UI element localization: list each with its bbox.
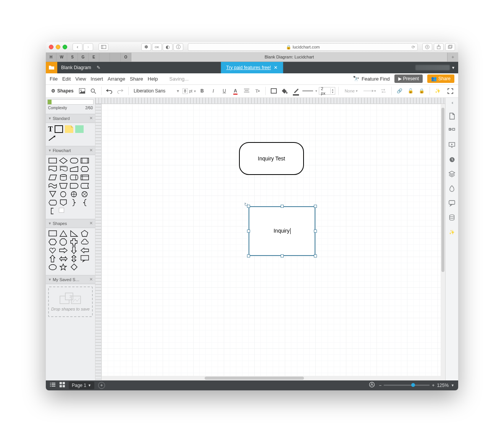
fc-brace-open[interactable]	[80, 199, 89, 206]
dock-present-icon[interactable]	[448, 141, 456, 149]
shp-heart[interactable]	[48, 247, 57, 254]
resize-handle-ne[interactable]	[314, 205, 317, 208]
extension-icon-1[interactable]: ✽	[141, 43, 151, 51]
menu-help[interactable]: Help	[148, 76, 158, 82]
underline-button[interactable]: U	[220, 86, 229, 96]
shp-rect[interactable]	[48, 230, 57, 237]
shp-cross[interactable]	[69, 239, 78, 245]
view-grid-button[interactable]	[60, 382, 65, 388]
italic-button[interactable]: I	[208, 86, 218, 96]
shp-uarrow[interactable]	[48, 256, 57, 262]
dock-chat-icon[interactable]	[448, 199, 456, 207]
shape-hotspot[interactable]	[75, 125, 84, 133]
horizontal-scrollbar[interactable]	[102, 376, 445, 380]
menu-view[interactable]: View	[75, 76, 86, 82]
line-start-select[interactable]: None ▾	[342, 86, 361, 96]
share-sheet-button[interactable]	[434, 43, 444, 51]
locked-button[interactable]: 🔒	[417, 86, 426, 96]
snap-indicator-icon[interactable]	[369, 382, 375, 389]
section-saved-header[interactable]: ▼ My Saved S… ✕	[46, 275, 95, 284]
section-flowchart-close[interactable]: ✕	[89, 148, 93, 153]
account-menu[interactable]: ▾	[415, 65, 458, 70]
font-size-input[interactable]: 8	[183, 88, 188, 94]
dock-comments-icon[interactable]: 99	[448, 127, 456, 134]
fc-process[interactable]	[48, 157, 57, 164]
favorite-apple-2[interactable]	[110, 53, 121, 61]
extension-icon-3[interactable]: ◐	[163, 43, 173, 51]
zoom-slider[interactable]	[384, 385, 430, 386]
section-standard-header[interactable]: ▼ Standard ✕	[46, 114, 95, 123]
fc-multidoc[interactable]	[59, 166, 68, 172]
add-page-button[interactable]: ＋	[98, 382, 105, 389]
dock-data-icon[interactable]	[448, 214, 456, 222]
fc-database[interactable]	[59, 174, 68, 181]
fc-note[interactable]	[48, 208, 57, 214]
shape-process-2[interactable]: Inquiry	[249, 206, 315, 256]
nav-forward-button[interactable]: ›	[83, 43, 93, 51]
favorite-e[interactable]: E	[89, 53, 99, 61]
line-color-button[interactable]	[291, 86, 300, 96]
text-options-button[interactable]: T▾	[253, 86, 262, 96]
fc-card[interactable]	[59, 208, 64, 213]
shp-diamond[interactable]	[69, 264, 78, 270]
menu-share[interactable]: Share	[130, 76, 143, 82]
chevron-down-icon[interactable]: ▼	[451, 383, 454, 387]
border-style-button[interactable]	[269, 86, 278, 96]
shape-note[interactable]	[65, 125, 73, 133]
redo-button[interactable]	[116, 86, 125, 96]
menu-file[interactable]: File	[50, 76, 58, 82]
resize-handle-e[interactable]	[314, 230, 317, 233]
window-minimize-button[interactable]	[56, 45, 60, 49]
fc-brace-close[interactable]	[69, 199, 78, 206]
align-button[interactable]	[242, 86, 251, 96]
fc-paper-tape[interactable]	[48, 183, 57, 189]
shp-isoc[interactable]	[59, 230, 68, 237]
favorite-o[interactable]: O	[121, 53, 131, 61]
shp-darrow[interactable]	[69, 247, 78, 254]
dock-actions-icon[interactable]: ✨	[448, 228, 456, 236]
shapes-panel-button[interactable]: ⚙ Shapes	[49, 87, 76, 94]
resize-handle-w[interactable]	[247, 230, 250, 233]
search-button[interactable]	[89, 86, 98, 96]
shp-rarrow[interactable]	[59, 247, 68, 254]
shape-line[interactable]	[48, 135, 57, 141]
section-saved-close[interactable]: ✕	[89, 277, 93, 282]
favorite-g[interactable]: G	[78, 53, 89, 61]
window-close-button[interactable]	[49, 45, 53, 49]
collapse-right-panel-button[interactable]: ‹‹	[452, 100, 452, 105]
menu-insert[interactable]: Insert	[90, 76, 103, 82]
resize-handle-sw[interactable]	[247, 254, 250, 257]
shp-star[interactable]	[59, 264, 68, 270]
lock-button[interactable]: 🔓	[406, 86, 415, 96]
shp-ellipse[interactable]	[48, 264, 57, 270]
zoom-in-button[interactable]: +	[432, 383, 435, 388]
saved-shapes-dropzone[interactable]: T Drop shapes to save	[48, 286, 93, 317]
resize-handle-n[interactable]	[281, 205, 284, 208]
favorite-w[interactable]: W	[57, 53, 67, 61]
nav-back-button[interactable]: ‹	[73, 43, 82, 51]
link-button[interactable]: 🔗	[395, 86, 404, 96]
fc-predefined[interactable]	[80, 157, 89, 164]
menu-arrange[interactable]: Arrange	[108, 76, 125, 82]
menu-edit[interactable]: Edit	[62, 76, 71, 82]
favorite-h[interactable]: H	[46, 53, 57, 61]
fc-data[interactable]	[48, 174, 57, 181]
view-list-button[interactable]	[50, 382, 56, 388]
dock-layers-icon[interactable]	[448, 170, 456, 178]
shp-callout[interactable]	[80, 256, 89, 262]
fc-internal[interactable]	[80, 174, 89, 181]
fc-delay[interactable]	[69, 183, 78, 189]
shp-cloud[interactable]	[80, 239, 89, 245]
fc-document[interactable]	[48, 166, 57, 172]
fc-terminator[interactable]	[69, 157, 78, 164]
stroke-width-stepper[interactable]: 2 px ▲▼	[319, 87, 335, 95]
address-bar[interactable]: 🔒 lucidchart.com ⟳	[188, 43, 418, 51]
shape-text[interactable]: T	[48, 125, 53, 133]
page-select[interactable]: Page 1 ▼	[69, 382, 94, 389]
fc-display[interactable]	[48, 199, 57, 206]
present-button[interactable]: ▶ Present	[394, 74, 423, 83]
shp-varrow[interactable]	[69, 256, 78, 262]
fc-input[interactable]	[69, 166, 78, 172]
fullscreen-button[interactable]	[446, 86, 455, 96]
font-unit-caret-icon[interactable]: ▾	[194, 89, 196, 93]
